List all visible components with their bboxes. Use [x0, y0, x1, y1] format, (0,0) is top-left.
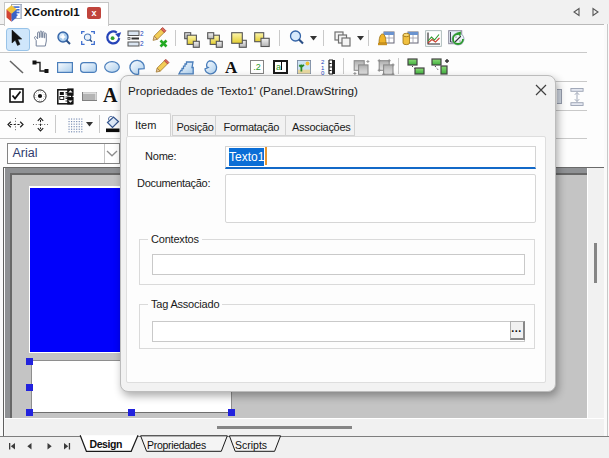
svg-text:2: 2 [140, 40, 144, 47]
svg-text:2: 2 [140, 30, 144, 37]
